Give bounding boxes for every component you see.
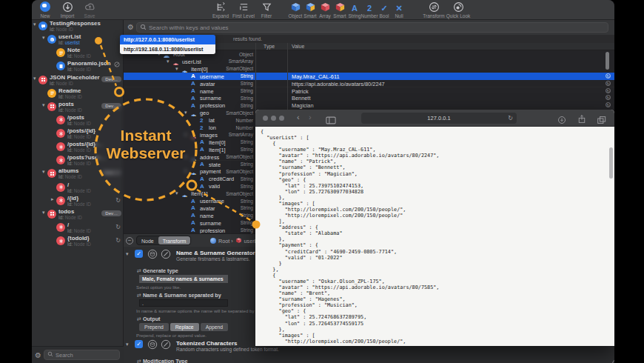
browser-address-bar[interactable]: 127.0.0.1 ↻ — [361, 113, 517, 124]
sidebar-item-readme[interactable]: ReadmeId: Node ID — [32, 88, 124, 101]
row-link-badge[interactable]: ↻ — [606, 73, 611, 79]
sidebar-item-posts[interactable]: ▾postsId: Node IDDev… — [32, 101, 124, 115]
segment-node[interactable]: Node — [137, 236, 158, 244]
window-zoom-button[interactable] — [279, 116, 284, 121]
row-value: May.Mraz_CAL-611 — [292, 73, 340, 80]
section-disclosure-icon[interactable]: ▾ — [126, 342, 129, 347]
row-type: SmartArray — [220, 132, 253, 137]
row-link-badge[interactable]: ↻ — [606, 102, 611, 107]
window-close-button[interactable] — [263, 116, 268, 121]
separator-label: ⇄Name & Surname separated by — [137, 292, 221, 299]
row-link-badge[interactable]: ↻ — [606, 81, 611, 86]
main-search-input[interactable]: Search within keys and values — [136, 22, 608, 33]
disclosure-icon[interactable]: ▾ — [167, 59, 170, 64]
tree-row-name[interactable]: AnameStringPatrick↻ — [124, 87, 614, 95]
link-icon[interactable] — [113, 61, 121, 70]
tree-row-avatar[interactable]: AavatarStringhttps://api.adorable.io/ava… — [124, 80, 614, 87]
string-type-icon: A — [191, 102, 195, 109]
disclosure-icon[interactable]: ▸ — [51, 196, 54, 202]
row-value: https://api.adorable.io/avatars/80/2247 — [292, 81, 385, 87]
browser-forward-button[interactable]: › — [309, 113, 312, 121]
column-header-type[interactable]: Type — [264, 44, 275, 49]
disclosure-icon[interactable]: ▾ — [33, 76, 36, 81]
row-link-badge[interactable]: ↻ — [606, 88, 611, 93]
tabs-overview-icon[interactable] — [597, 114, 606, 127]
disclosure-icon[interactable]: ▾ — [42, 102, 45, 108]
sidebar-search-input[interactable]: Search — [44, 350, 120, 360]
sidebar-search-placeholder: Search — [56, 352, 73, 359]
disclosure-icon[interactable]: ▾ — [33, 21, 36, 27]
share-icon[interactable] — [577, 113, 586, 127]
sidebar-item--id-[interactable]: ▸/{id}Id: Node ID↻ — [32, 196, 124, 209]
sidebar-item--[interactable]: /Id: Node ID↻ — [32, 222, 124, 236]
disclosure-icon[interactable]: ▾ — [175, 190, 178, 196]
output-mode-buttons: PrependReplaceAppend — [139, 323, 228, 331]
refresh-icon[interactable]: ↻ — [115, 197, 121, 204]
refresh-icon[interactable]: ↻ — [115, 224, 121, 230]
section1-checkbox[interactable]: ✓ — [135, 250, 143, 258]
tree-row-item-0-[interactable]: ▾Item[0]SmartObject — [124, 65, 614, 73]
row-link-badge[interactable]: ↻ — [606, 95, 611, 100]
disclosure-icon[interactable]: ▾ — [42, 35, 45, 41]
tree-row-profession[interactable]: AprofessionStringMagician↻ — [124, 101, 614, 109]
ast-icon — [56, 116, 65, 124]
tree-row-username[interactable]: AusernameStringMay.Mraz_CAL-611↻ — [124, 73, 614, 80]
browser-downloads-icon[interactable] — [557, 114, 566, 127]
disclosure-icon[interactable]: ▾ — [184, 110, 187, 116]
tree-row-userlist[interactable]: ▾userListSmartArray — [124, 58, 614, 65]
refresh-icon[interactable]: ↻ — [115, 237, 121, 244]
quicklook-icon — [441, 1, 475, 13]
help-button[interactable]: ? — [612, 359, 614, 363]
browser-back-button[interactable]: ‹ — [297, 113, 300, 121]
column-header-value[interactable]: Value — [292, 44, 304, 49]
url-option-1[interactable]: http://192.168.0.11:8080/userlist — [120, 44, 215, 54]
sidebar-search-bar: ⚙ Search — [32, 346, 124, 363]
disclosure-icon[interactable]: ▾ — [42, 210, 45, 216]
results-status-text: results found. — [233, 36, 262, 41]
generate-type-selected-option[interactable]: Male, Female names & surnames — [139, 275, 228, 283]
output-button-prepend[interactable]: Prepend — [139, 323, 169, 331]
transform-cube-icon — [147, 249, 158, 259]
sidebar-item-testingresponses[interactable]: ▾TestingResponsesId: Node ID — [32, 21, 124, 34]
disclosure-icon[interactable]: ▾ — [42, 169, 45, 175]
grid-icon — [47, 169, 56, 178]
segment-transform[interactable]: Transform — [158, 236, 191, 244]
row-type: String — [220, 199, 253, 204]
browser-scrollbar[interactable] — [609, 147, 613, 179]
sidebar-item-json-placeholder[interactable]: ▾JSON PlaceholderId: Node IDDev… — [32, 75, 124, 88]
toolbar-button-quick-look[interactable]: Quick Look — [441, 1, 475, 19]
remove-transform-button[interactable]: − — [126, 237, 133, 244]
tree-row-surname[interactable]: AsurnameStringBennett↻ — [124, 94, 614, 101]
sidebar-item-note[interactable]: NoteId: Node ID — [32, 47, 124, 61]
breadcrumb-item[interactable]: Root › — [218, 238, 233, 244]
window-minimize-button[interactable] — [271, 116, 276, 121]
output-button-append[interactable]: Append — [201, 323, 228, 331]
annotation-line1: Instant — [87, 127, 205, 144]
output-button-replace[interactable]: Replace — [170, 323, 199, 331]
disclosure-icon[interactable]: ▾ — [175, 66, 178, 72]
main-settings-gear-icon[interactable]: ⚙ — [127, 23, 134, 31]
toolbar-button-null[interactable]: ✕Null — [382, 1, 416, 19]
section2-checkbox[interactable]: ✓ — [135, 340, 143, 348]
row-type: String — [220, 176, 253, 182]
row-type: Number — [220, 125, 253, 130]
reload-icon[interactable]: ↻ — [508, 113, 513, 124]
row-type: String — [220, 139, 253, 144]
browser-sidebar-icon[interactable] — [326, 114, 336, 127]
section-disclosure-icon[interactable]: ▾ — [126, 251, 129, 257]
field-options-icon: ⇄ — [137, 316, 141, 322]
sidebar-item--todoid-[interactable]: {todoId}Id: Node ID↻ — [32, 236, 124, 249]
node-transform-segmented-control: NodeTransform — [136, 236, 191, 245]
row-value: Bennett — [292, 95, 310, 101]
sidebar-settings-gear-icon[interactable]: ⚙ — [35, 351, 41, 359]
url-option-0[interactable]: http://127.0.0.1:8080/userlist — [120, 35, 215, 44]
table-scrollbar[interactable] — [606, 52, 609, 70]
sidebar-item-panoramio-json[interactable]: Panoramio.jsonId: Node ID — [32, 61, 124, 74]
toolbar-button-save[interactable]: Save — [73, 1, 107, 19]
ast-icon — [56, 183, 65, 192]
sidebar-item-userlist[interactable]: ▾userListId: userlist — [32, 34, 124, 47]
row-type: String — [220, 147, 253, 152]
sidebar-item-todos[interactable]: ▾todosId: Node IDDev… — [32, 209, 124, 222]
ast-icon — [56, 236, 65, 245]
separator-input[interactable]: . — [139, 299, 228, 307]
